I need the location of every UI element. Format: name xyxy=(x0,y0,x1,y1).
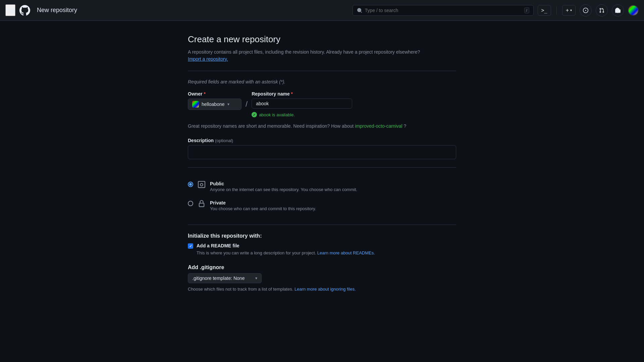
owner-label: Owner * xyxy=(188,91,241,97)
required-note: Required fields are marked with an aster… xyxy=(188,79,456,84)
divider-1 xyxy=(188,71,456,71)
readme-learn-more-link[interactable]: Learn more about READMEs. xyxy=(317,250,375,255)
visibility-section: Public Anyone on the internet can see th… xyxy=(188,177,456,215)
gitignore-dropdown-arrow: ▾ xyxy=(255,276,257,281)
notifications-button[interactable] xyxy=(612,4,624,16)
private-icon xyxy=(198,200,205,209)
slash-divider: / xyxy=(246,101,248,108)
description-input[interactable] xyxy=(188,145,456,159)
readme-text-group: Add a README file This is where you can … xyxy=(197,243,375,256)
owner-dropdown-arrow: ▾ xyxy=(227,102,229,107)
navbar: New repository / >_ + ▾ xyxy=(0,0,644,21)
owner-repo-row: Owner * helloabone ▾ / Repository name * xyxy=(188,91,456,117)
public-desc: Anyone on the internet can see this repo… xyxy=(210,187,357,192)
gitignore-template-label: .gitignore template: None xyxy=(192,276,245,281)
divider-3 xyxy=(188,225,456,225)
checkbox-check-icon: ✓ xyxy=(189,244,192,248)
gitignore-dropdown[interactable]: .gitignore template: None ▾ xyxy=(188,273,262,283)
repo-name-required-star: * xyxy=(291,91,293,97)
owner-name: helloabone xyxy=(202,102,225,107)
available-check-icon: ✓ xyxy=(252,112,257,117)
description-label: Description (optional) xyxy=(188,138,456,143)
terminal-icon: >_ xyxy=(541,7,547,13)
owner-avatar xyxy=(192,101,199,108)
public-radio[interactable] xyxy=(188,182,193,187)
search-shortcut-kbd: / xyxy=(524,7,529,13)
gitignore-help: Choose which files not to track from a l… xyxy=(188,286,456,293)
form-container: Create a new repository A repository con… xyxy=(188,34,456,300)
divider xyxy=(556,6,557,14)
gitignore-title: Add .gitignore xyxy=(188,264,456,270)
page-title: New repository xyxy=(37,7,77,14)
avatar[interactable] xyxy=(628,5,639,16)
repo-name-field-group: Repository name * ✓ abook is available. xyxy=(252,91,352,117)
search-icon xyxy=(357,8,362,13)
search-input[interactable] xyxy=(365,8,522,13)
issues-icon xyxy=(583,8,588,13)
search-bar[interactable]: / xyxy=(353,5,534,16)
svg-rect-1 xyxy=(7,10,13,10)
github-logo[interactable] xyxy=(19,5,30,16)
private-text-group: Private You choose who can see and commi… xyxy=(210,200,316,211)
pullrequest-icon xyxy=(599,8,604,13)
init-section: Initialize this repository with: ✓ Add a… xyxy=(188,233,456,256)
public-text-group: Public Anyone on the internet can see th… xyxy=(210,181,357,192)
readme-checkbox[interactable]: ✓ xyxy=(188,243,193,249)
private-option[interactable]: Private You choose who can see and commi… xyxy=(188,196,456,215)
readme-label: Add a README file xyxy=(197,243,375,248)
new-button[interactable]: + ▾ xyxy=(562,5,576,16)
pullrequests-button[interactable] xyxy=(596,4,608,16)
public-label: Public xyxy=(210,181,357,186)
description-section: Description (optional) xyxy=(188,138,456,159)
inspiration-text: Great repository names are short and mem… xyxy=(188,123,456,130)
svg-rect-2 xyxy=(7,12,13,12)
bell-icon xyxy=(615,8,621,13)
init-title: Initialize this repository with: xyxy=(188,233,456,239)
readme-help: This is where you can write a long descr… xyxy=(197,250,375,256)
chevron-down-icon: ▾ xyxy=(570,8,572,12)
public-icon xyxy=(198,181,205,190)
gitignore-section: Add .gitignore .gitignore template: None… xyxy=(188,264,456,293)
issues-button[interactable] xyxy=(580,4,592,16)
main-content: Create a new repository A repository con… xyxy=(0,21,644,314)
import-link[interactable]: Import a repository. xyxy=(188,56,228,62)
readme-checkbox-row: ✓ Add a README file This is where you ca… xyxy=(188,243,456,256)
create-repo-title: Create a new repository xyxy=(188,34,456,45)
repo-name-input[interactable] xyxy=(252,99,352,109)
terminal-button[interactable]: >_ xyxy=(538,5,551,16)
private-label: Private xyxy=(210,200,316,205)
hamburger-button[interactable] xyxy=(5,4,15,16)
availability-message: ✓ abook is available. xyxy=(252,112,352,117)
owner-field-group: Owner * helloabone ▾ xyxy=(188,91,241,110)
private-desc: You choose who can see and commit to thi… xyxy=(210,206,316,211)
plus-icon: + xyxy=(566,7,569,13)
private-radio[interactable] xyxy=(188,201,193,206)
repo-name-label: Repository name * xyxy=(252,91,352,97)
page-subtitle: A repository contains all project files,… xyxy=(188,49,456,63)
inspiration-link[interactable]: improved-octo-carnival xyxy=(355,123,402,129)
svg-rect-0 xyxy=(7,8,13,8)
divider-2 xyxy=(188,167,456,168)
owner-required-star: * xyxy=(204,91,205,97)
owner-dropdown[interactable]: helloabone ▾ xyxy=(188,99,241,110)
gitignore-learn-more-link[interactable]: Learn more about ignoring files. xyxy=(294,287,356,292)
public-option[interactable]: Public Anyone on the internet can see th… xyxy=(188,177,456,196)
